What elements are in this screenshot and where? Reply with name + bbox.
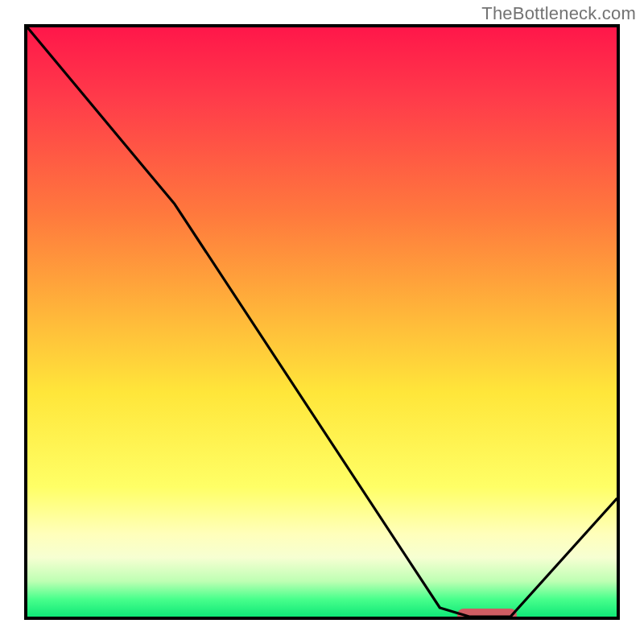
plot-frame [24,24,620,620]
watermark-text: TheBottleneck.com [481,3,636,24]
chart-container: TheBottleneck.com [0,0,644,644]
curve-line [27,27,617,617]
